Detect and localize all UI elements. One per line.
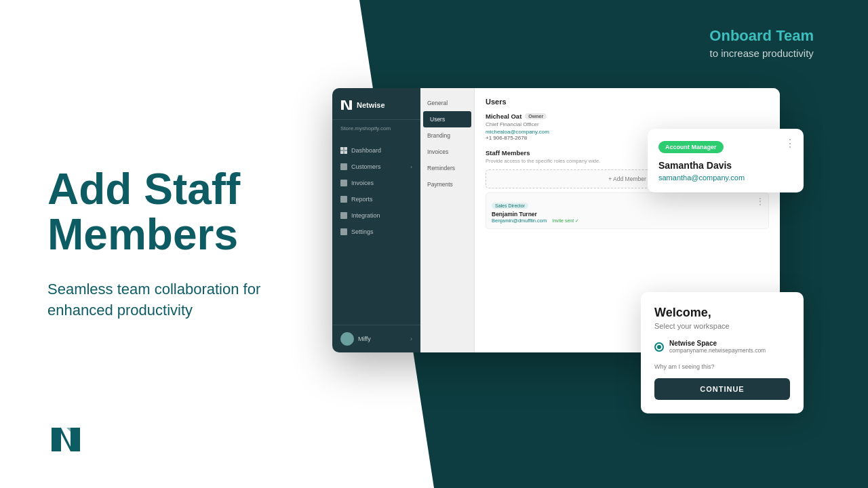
hero-subtitle: Seamless team collaboration for enhanced… [47, 279, 319, 321]
sidebar-item-integration[interactable]: Integration [332, 207, 420, 224]
grid-icon [340, 147, 347, 154]
staff-member-name: Benjamin Turner [492, 211, 763, 218]
top-right-header: Onboard Team to increase productivity [709, 27, 814, 59]
workspace-radio[interactable] [654, 342, 664, 352]
staff-member-menu-icon[interactable]: ⋮ [756, 197, 764, 205]
chevron-icon: › [410, 164, 412, 170]
account-manager-email: samantha@company.com [658, 174, 793, 182]
mockup-container: Netwise Store.myshopify.com Dashboard Cu… [332, 88, 793, 373]
account-manager-name: Samantha Davis [658, 160, 793, 171]
owner-role: Chief Financial Officer [486, 121, 769, 127]
sub-menu-invoices[interactable]: Invoices [420, 144, 474, 160]
account-manager-menu-icon[interactable]: ⋮ [785, 138, 795, 149]
users-section-title: Users [486, 98, 769, 106]
sub-menu-payments[interactable]: Payments [420, 176, 474, 192]
sub-menu-branding[interactable]: Branding [420, 127, 474, 144]
sidebar-item-invoices-label: Invoices [351, 180, 374, 186]
onboard-text: Onboard Team [709, 27, 814, 45]
users-icon [340, 163, 347, 170]
file-icon [340, 180, 347, 186]
sidebar-logo-icon [340, 99, 353, 111]
sidebar-chevron-icon: › [410, 336, 412, 342]
sidebar-header: Netwise [332, 88, 420, 120]
staff-member-card: ⋮ Sales Director Benjamin Turner Benjami… [486, 192, 769, 229]
sidebar-item-reports[interactable]: Reports [332, 191, 420, 207]
sub-menu-reminders[interactable]: Reminders [420, 160, 474, 176]
owner-badge: Owner [525, 113, 547, 119]
account-manager-badge: Account Manager [658, 141, 724, 153]
plug-icon [340, 212, 347, 219]
sidebar-item-settings[interactable]: Settings [332, 224, 420, 240]
welcome-title: Welcome, [654, 306, 790, 320]
workspace-info: Netwise Space companyname.netwisepayment… [669, 340, 766, 354]
invite-sent-status: Invite sent ✓ [552, 218, 579, 224]
sub-menu: General Users Branding Invoices Reminder… [420, 88, 475, 352]
sub-menu-users[interactable]: Users [423, 111, 471, 127]
account-manager-card: ⋮ Account Manager Samantha Davis samanth… [648, 129, 804, 192]
owner-name: Micheal Oat Owner [486, 113, 769, 120]
chart-icon [340, 196, 347, 203]
svg-marker-4 [341, 100, 352, 110]
gear-icon [340, 228, 347, 235]
welcome-card: Welcome, Select your workspace Netwise S… [641, 292, 804, 413]
sidebar-avatar [340, 332, 354, 346]
onboard-subtext: to increase productivity [709, 47, 814, 59]
sidebar-item-dashboard-label: Dashboard [351, 147, 381, 154]
bottom-logo [47, 421, 85, 461]
staff-member-email: Benjamin@dmufflin.com [492, 218, 547, 224]
workspace-url: companyname.netwisepayments.com [669, 347, 766, 354]
workspace-name: Netwise Space [669, 340, 766, 347]
radio-inner-dot [657, 345, 661, 349]
staff-member-badge: Sales Director [492, 203, 528, 209]
left-section: Add Staff Members Seamless team collabor… [0, 0, 359, 488]
sidebar-item-invoices[interactable]: Invoices [332, 175, 420, 191]
sidebar-item-integration-label: Integration [351, 212, 380, 219]
sidebar-item-reports-label: Reports [351, 196, 373, 203]
sidebar-store-label: Store.myshopify.com [332, 120, 420, 137]
why-text: Why am I seeing this? [654, 363, 790, 370]
sidebar-username: Miffy [358, 336, 371, 342]
sidebar-item-customers-label: Customers [351, 163, 381, 170]
app-sidebar: Netwise Store.myshopify.com Dashboard Cu… [332, 88, 420, 352]
hero-title: Add Staff Members [47, 167, 319, 258]
sidebar-brand-label: Netwise [357, 101, 385, 109]
sidebar-nav: Dashboard Customers › Invoices Reports [332, 137, 420, 245]
sub-menu-general[interactable]: General [420, 95, 474, 111]
sidebar-item-settings-label: Settings [351, 228, 374, 235]
sidebar-user-section: Miffy › [332, 325, 420, 352]
welcome-subtitle: Select your workspace [654, 322, 790, 330]
netwise-logo-icon [47, 421, 85, 458]
sidebar-item-customers[interactable]: Customers › [332, 159, 420, 175]
continue-button[interactable]: CONTINUE [654, 378, 790, 400]
sidebar-item-dashboard[interactable]: Dashboard [332, 142, 420, 159]
workspace-option: Netwise Space companyname.netwisepayment… [654, 340, 790, 354]
